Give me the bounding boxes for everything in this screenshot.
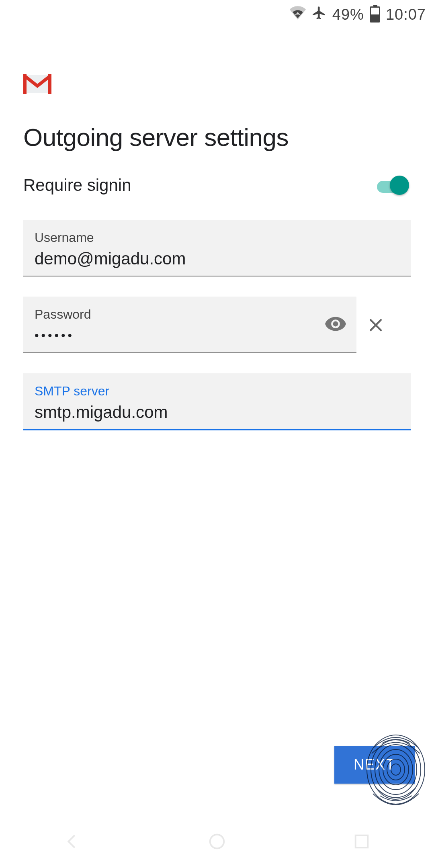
page-title: Outgoing server settings — [23, 123, 411, 151]
smtp-server-input[interactable]: smtp.migadu.com — [35, 403, 399, 422]
clear-password-button[interactable] — [364, 313, 388, 337]
password-label: Password — [35, 307, 345, 322]
status-clock: 10:07 — [386, 6, 426, 23]
svg-point-10 — [210, 834, 224, 848]
smtp-server-label: SMTP server — [35, 384, 399, 399]
username-field[interactable]: Username demo@migadu.com — [23, 220, 411, 276]
battery-percentage: 49% — [332, 6, 364, 23]
svg-rect-2 — [48, 74, 51, 94]
require-signin-row: Require signin — [23, 176, 411, 195]
next-button[interactable]: NEXT — [334, 746, 415, 784]
require-signin-toggle[interactable] — [377, 177, 407, 193]
nav-back-icon[interactable] — [63, 832, 82, 852]
password-field[interactable]: Password •••••• — [23, 297, 356, 353]
nav-recents-icon[interactable] — [352, 832, 371, 852]
require-signin-label: Require signin — [23, 176, 131, 195]
wifi-icon — [290, 6, 306, 23]
show-password-icon[interactable] — [325, 317, 346, 333]
password-input[interactable]: •••••• — [35, 326, 345, 345]
username-label: Username — [35, 230, 399, 245]
airplane-mode-icon — [311, 5, 327, 24]
svg-rect-1 — [23, 74, 27, 94]
smtp-server-field[interactable]: SMTP server smtp.migadu.com — [23, 373, 411, 430]
username-input[interactable]: demo@migadu.com — [35, 249, 399, 268]
main-content: Outgoing server settings Require signin … — [0, 29, 434, 430]
nav-home-icon[interactable] — [208, 832, 226, 852]
gmail-icon — [23, 74, 51, 94]
status-bar: 49% 10:07 — [0, 0, 434, 29]
battery-icon — [370, 6, 380, 23]
svg-rect-11 — [356, 835, 368, 848]
android-nav-bar — [0, 816, 434, 868]
